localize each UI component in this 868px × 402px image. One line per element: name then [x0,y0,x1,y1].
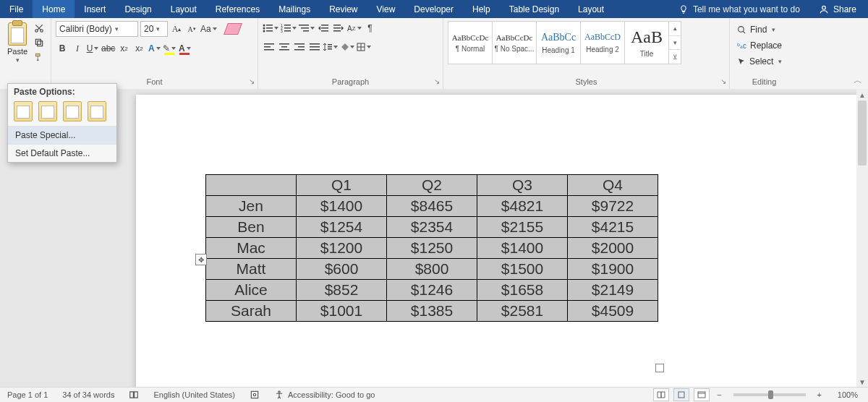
cell-value[interactable]: $1500 [477,259,568,280]
header-q4[interactable]: Q4 [568,175,658,196]
cell-value[interactable]: $9722 [568,196,658,217]
line-spacing-button[interactable] [323,40,338,54]
header-blank[interactable] [206,175,297,196]
table-row[interactable]: Matt$600$800$1500$1900 [206,259,658,280]
cell-value[interactable]: $1400 [477,238,568,259]
cell-name[interactable]: Ben [206,217,297,238]
clear-formatting-button[interactable] [226,22,240,36]
tab-file[interactable]: File [0,0,33,18]
replace-button[interactable]: ᵇₐcReplace [734,38,785,53]
cell-value[interactable]: $1246 [387,280,477,301]
numbering-button[interactable]: 123 [281,21,297,35]
font-size-combo[interactable]: 20▾ [140,21,168,37]
page-indicator[interactable]: Page 1 of 1 [0,390,55,399]
spellcheck-button[interactable] [122,390,146,400]
language-indicator[interactable]: English (United States) [146,390,242,399]
cell-value[interactable]: $1200 [297,238,387,259]
zoom-level[interactable]: 100% [829,390,864,399]
style--no-spac-[interactable]: AaBbCcDc¶ No Spac... [492,21,537,64]
cell-value[interactable]: $4821 [477,196,568,217]
bullets-button[interactable] [263,21,278,35]
header-q3[interactable]: Q3 [477,175,568,196]
zoom-out-button[interactable]: − [714,390,724,399]
scroll-down-button[interactable]: ▼ [856,376,868,388]
cell-value[interactable]: $2354 [387,217,477,238]
set-default-paste-item[interactable]: Set Default Paste... [8,144,116,162]
cell-value[interactable]: $1001 [297,301,387,322]
data-table[interactable]: Q1Q2Q3Q4Jen$1400$8465$4821$9722Ben$1254$… [205,174,658,322]
web-layout-button[interactable] [694,388,710,401]
print-layout-button[interactable] [673,388,689,401]
tell-me[interactable]: Tell me what you want to do [671,0,807,18]
highlight-button[interactable]: ✎ [163,41,176,56]
tab-help[interactable]: Help [463,0,500,18]
table-resize-handle[interactable] [655,364,664,372]
strikethrough-button[interactable]: abc [101,41,115,56]
dialog-launcher-icon[interactable]: ↘ [249,77,255,85]
table-move-handle[interactable]: ✥ [195,254,207,265]
sort-button[interactable]: AZ [347,21,362,35]
style-heading-1[interactable]: AaBbCcHeading 1 [536,21,581,64]
cell-name[interactable]: Sarah [206,301,297,322]
change-case-button[interactable]: Aa [200,22,217,36]
cell-value[interactable]: $4509 [568,301,658,322]
grow-font-button[interactable]: A▴ [170,22,183,36]
cell-value[interactable]: $1250 [387,238,477,259]
find-button[interactable]: Find▾ [734,22,778,37]
cell-value[interactable]: $800 [387,259,477,280]
select-button[interactable]: Select▾ [734,54,785,69]
word-count[interactable]: 34 of 34 words [55,390,122,399]
cut-button[interactable] [33,22,45,34]
cell-name[interactable]: Mac [206,238,297,259]
page[interactable]: Q1Q2Q3Q4Jen$1400$8465$4821$9722Ben$1254$… [136,95,859,388]
share-button[interactable]: Share [807,0,868,18]
tab-developer[interactable]: Developer [404,0,463,18]
vertical-scrollbar[interactable]: ▲ ▼ [856,89,868,388]
scroll-thumb[interactable] [858,100,867,166]
tab-home[interactable]: Home [33,0,75,18]
shrink-font-button[interactable]: A▾ [185,22,198,36]
style--normal[interactable]: AaBbCcDc¶ Normal [448,21,493,64]
show-marks-button[interactable]: ¶ [364,21,377,35]
italic-button[interactable]: I [71,41,84,56]
tab-insert[interactable]: Insert [75,0,115,18]
paste-button[interactable]: Paste ▾ [4,22,30,64]
multilevel-list-button[interactable] [299,21,315,35]
header-q2[interactable]: Q2 [387,175,477,196]
font-name-combo[interactable]: Calibri (Body)▾ [56,21,138,37]
cell-value[interactable]: $2581 [477,301,568,322]
cell-value[interactable]: $2000 [568,238,658,259]
increase-indent-button[interactable] [332,21,345,35]
cell-value[interactable]: $8465 [387,196,477,217]
table-row[interactable]: Sarah$1001$1385$2581$4509 [206,301,658,322]
align-left-button[interactable] [263,40,276,54]
tab-layout[interactable]: Layout [161,0,206,18]
tab-review[interactable]: Review [320,0,367,18]
underline-button[interactable]: U [86,41,99,56]
cell-value[interactable]: $2155 [477,217,568,238]
decrease-indent-button[interactable] [317,21,330,35]
macro-button[interactable] [242,390,267,400]
align-right-button[interactable] [293,40,306,54]
superscript-button[interactable]: x2 [132,41,145,56]
paste-special-item[interactable]: Paste Special... [8,126,116,144]
copy-button[interactable] [33,37,45,48]
gallery-up[interactable]: ▴ [669,22,681,36]
table-row[interactable]: Mac$1200$1250$1400$2000 [206,238,658,259]
gallery-more[interactable]: ⊻ [669,50,681,64]
style-heading-2[interactable]: AaBbCcDHeading 2 [580,21,625,64]
tab-layout[interactable]: Layout [569,0,613,18]
bold-button[interactable]: B [56,41,69,56]
table-row[interactable]: Alice$852$1246$1658$2149 [206,280,658,301]
cell-value[interactable]: $1400 [297,196,387,217]
zoom-slider[interactable] [733,393,806,396]
paste-option-keep-source[interactable] [14,101,33,121]
justify-button[interactable] [308,40,321,54]
header-q1[interactable]: Q1 [297,175,387,196]
cell-value[interactable]: $600 [297,259,387,280]
table-row[interactable]: Ben$1254$2354$2155$4215 [206,217,658,238]
paste-option-merge[interactable] [38,101,57,121]
cell-value[interactable]: $4215 [568,217,658,238]
accessibility-indicator[interactable]: Accessibility: Good to go [267,390,382,400]
cell-value[interactable]: $1254 [297,217,387,238]
